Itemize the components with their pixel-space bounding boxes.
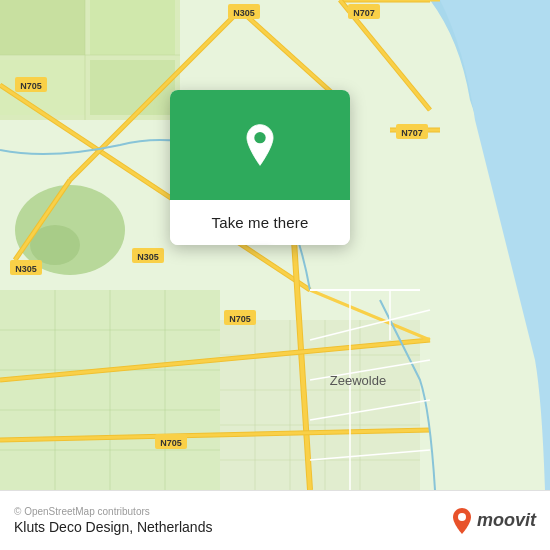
svg-text:N705: N705 <box>229 314 251 324</box>
map-container: N705 N305 N707 N707 N305 N305 N705 N705 … <box>0 0 550 490</box>
svg-text:N705: N705 <box>20 81 42 91</box>
moovit-text: moovit <box>477 510 536 531</box>
svg-rect-3 <box>90 0 175 55</box>
bottom-bar: © OpenStreetMap contributors Kluts Deco … <box>0 490 550 550</box>
svg-text:N305: N305 <box>137 252 159 262</box>
svg-text:N705: N705 <box>160 438 182 448</box>
svg-text:Zeewolde: Zeewolde <box>330 373 386 388</box>
svg-text:N305: N305 <box>15 264 37 274</box>
map-svg: N705 N305 N707 N707 N305 N305 N705 N705 … <box>0 0 550 490</box>
svg-text:N305: N305 <box>233 8 255 18</box>
svg-text:N707: N707 <box>353 8 375 18</box>
svg-point-75 <box>458 513 466 521</box>
moovit-logo: moovit <box>451 507 536 535</box>
popup-header <box>170 90 350 200</box>
svg-text:N707: N707 <box>401 128 423 138</box>
location-pin-icon <box>238 123 282 167</box>
popup-card: Take me there <box>170 90 350 245</box>
take-me-there-button[interactable]: Take me there <box>170 200 350 245</box>
moovit-pin-icon <box>451 507 473 535</box>
svg-point-74 <box>254 132 265 143</box>
svg-rect-2 <box>0 0 85 55</box>
